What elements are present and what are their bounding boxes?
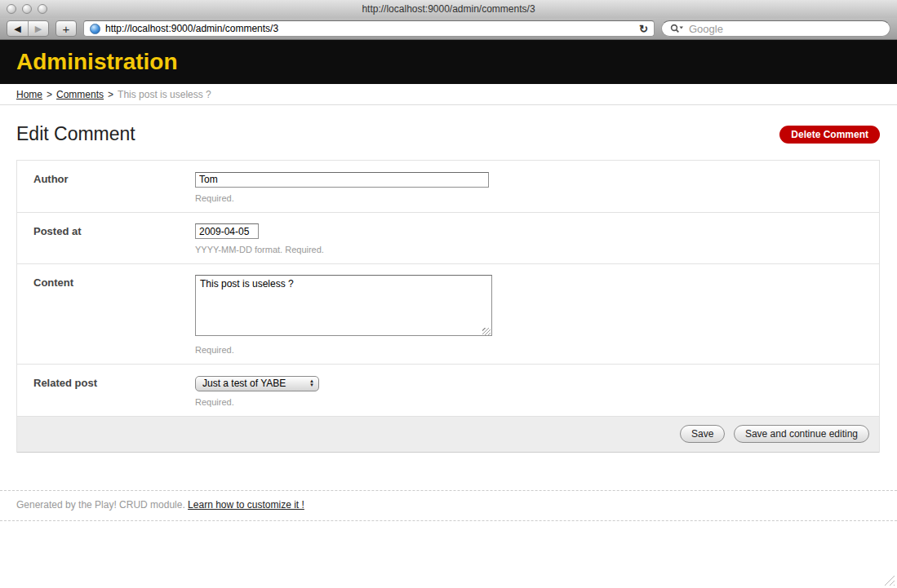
related-post-hint: Required. bbox=[195, 397, 879, 407]
delete-comment-button[interactable]: Delete Comment bbox=[779, 126, 880, 144]
search-magnifier-icon bbox=[670, 24, 684, 33]
save-button[interactable]: Save bbox=[680, 425, 725, 443]
address-bar[interactable]: http://localhost:9000/admin/comments/3 ↻ bbox=[83, 20, 655, 37]
footer-customize-link[interactable]: Learn how to customize it ! bbox=[188, 499, 304, 511]
save-and-continue-button[interactable]: Save and continue editing bbox=[734, 425, 869, 443]
browser-toolbar: ◀ ▶ + http://localhost:9000/admin/commen… bbox=[0, 18, 897, 40]
breadcrumb-separator: > bbox=[47, 89, 52, 100]
content-hint: Required. bbox=[195, 345, 879, 355]
page-head: Edit Comment Delete Comment bbox=[16, 123, 880, 145]
content-textarea[interactable]: This post is useless ? bbox=[195, 275, 492, 336]
related-post-selected-value: Just a test of YABE bbox=[202, 378, 308, 389]
reload-icon[interactable]: ↻ bbox=[639, 23, 648, 35]
posted-at-hint: YYYY-MM-DD format. Required. bbox=[195, 245, 879, 254]
posted-at-input[interactable] bbox=[195, 223, 259, 239]
window-title: http://localhost:9000/admin/comments/3 bbox=[0, 3, 897, 15]
forward-icon[interactable]: ▶ bbox=[28, 21, 48, 36]
author-label: Author bbox=[17, 171, 195, 203]
nav-buttons: ◀ ▶ bbox=[7, 20, 49, 37]
related-post-label: Related post bbox=[17, 375, 195, 407]
author-hint: Required. bbox=[195, 193, 879, 203]
app-title: Administration bbox=[0, 49, 178, 75]
add-tab-icon[interactable]: + bbox=[56, 20, 77, 37]
breadcrumb-comments-link[interactable]: Comments bbox=[56, 89, 104, 100]
window-titlebar: http://localhost:9000/admin/comments/3 bbox=[0, 0, 897, 18]
footer-text: Generated by the Play! CRUD module. bbox=[16, 499, 185, 511]
breadcrumb-home-link[interactable]: Home bbox=[16, 89, 42, 100]
site-favicon-globe-icon bbox=[90, 24, 100, 34]
content-label: Content bbox=[17, 275, 195, 355]
window-resize-grip-icon[interactable] bbox=[883, 574, 895, 586]
form-buttons-row: Save Save and continue editing bbox=[17, 417, 879, 453]
search-input[interactable]: Google bbox=[661, 20, 890, 37]
field-row-content: Content This post is useless ? Required. bbox=[17, 264, 879, 365]
breadcrumb-separator: > bbox=[108, 89, 113, 100]
breadcrumb: Home > Comments > This post is useless ? bbox=[0, 84, 897, 105]
search-placeholder: Google bbox=[689, 23, 723, 35]
related-post-select[interactable]: Just a test of YABE ▲▼ bbox=[195, 376, 319, 391]
posted-at-label: Posted at bbox=[17, 223, 195, 255]
field-row-posted-at: Posted at YYYY-MM-DD format. Required. bbox=[17, 213, 879, 265]
page-footer: Generated by the Play! CRUD module. Lear… bbox=[0, 490, 897, 521]
address-bar-url: http://localhost:9000/admin/comments/3 bbox=[105, 23, 278, 34]
admin-header: Administration bbox=[0, 40, 897, 84]
page-title: Edit Comment bbox=[16, 123, 135, 145]
breadcrumb-current: This post is useless ? bbox=[118, 89, 211, 100]
select-stepper-arrows-icon: ▲▼ bbox=[308, 379, 316, 387]
back-icon[interactable]: ◀ bbox=[7, 21, 28, 36]
field-row-related-post: Related post Just a test of YABE ▲▼ Requ… bbox=[17, 365, 879, 417]
browser-window: http://localhost:9000/admin/comments/3 ◀… bbox=[0, 0, 897, 588]
field-row-author: Author Required. bbox=[17, 161, 879, 213]
author-input[interactable] bbox=[195, 172, 489, 188]
edit-comment-form: Author Required. Posted at YYYY-MM-DD fo… bbox=[16, 160, 880, 453]
